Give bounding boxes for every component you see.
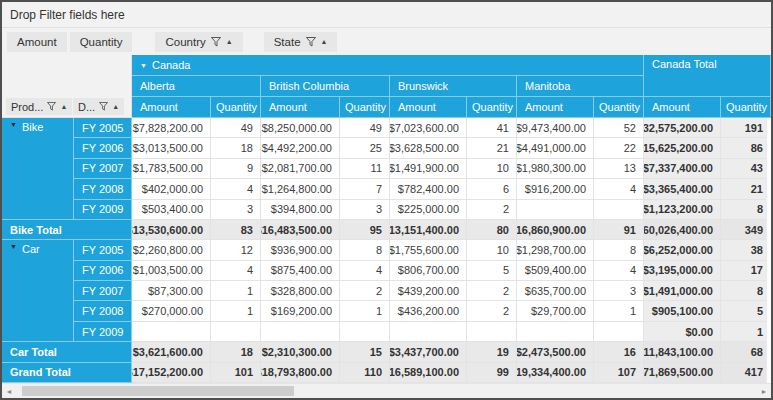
column-header-amount[interactable]: Amount xyxy=(132,97,211,118)
row-header-car-total[interactable]: Car Total xyxy=(2,342,132,362)
value-cell: 6 xyxy=(467,179,517,199)
row-header-fiscal-year[interactable]: FY 2008 xyxy=(74,179,132,199)
horizontal-scrollbar-thumb[interactable] xyxy=(22,386,294,396)
filter-drop-zone[interactable]: Drop Filter fields here xyxy=(2,2,771,28)
value-cell: $9,473,400.00 xyxy=(517,118,594,138)
value-cell: 38 xyxy=(721,240,771,260)
column-header-amount[interactable]: Amount xyxy=(390,97,467,118)
column-header-brunswick[interactable]: Brunswick xyxy=(390,76,517,97)
pivot-grid-window: Drop Filter fields here Amount Quantity … xyxy=(0,0,773,400)
value-cell: $875,400.00 xyxy=(261,261,340,281)
column-header-amount[interactable]: Amount xyxy=(517,97,594,118)
horizontal-scrollbar[interactable]: ◄ ► xyxy=(2,383,771,398)
value-cell: $18,793,800.00 xyxy=(261,363,340,383)
value-cell: $436,200.00 xyxy=(390,301,467,321)
value-cell: 349 xyxy=(721,220,771,240)
row-header-fiscal-year[interactable]: FY 2007 xyxy=(74,159,132,179)
collapse-icon[interactable]: ▼ xyxy=(140,62,147,69)
value-cell: $6,252,000.00 xyxy=(644,240,721,260)
sort-ascending-icon[interactable]: ▲ xyxy=(226,38,233,45)
row-header-fiscal-year[interactable]: FY 2006 xyxy=(74,261,132,281)
value-cell: $1,298,700.00 xyxy=(517,240,594,260)
scroll-left-icon[interactable]: ◄ xyxy=(2,384,16,398)
value-cell: $13,151,400.00 xyxy=(390,220,467,240)
column-group-header-canada[interactable]: ▼Canada xyxy=(132,55,644,76)
value-cell: 5 xyxy=(721,301,771,321)
row-header-fiscal-year[interactable]: FY 2007 xyxy=(74,281,132,301)
value-cell: 1 xyxy=(211,301,261,321)
value-cell: 95 xyxy=(340,220,390,240)
value-cell: $1,491,000.00 xyxy=(644,281,721,301)
value-cell: 417 xyxy=(721,363,771,383)
column-header-canada-total[interactable]: Canada Total xyxy=(644,55,771,97)
row-header-fiscal-year[interactable]: FY 2009 xyxy=(74,322,132,342)
scroll-right-icon[interactable]: ► xyxy=(757,384,771,398)
value-cell: 2 xyxy=(467,301,517,321)
value-cell: $1,003,500.00 xyxy=(132,261,211,281)
value-cell: $11,843,100.00 xyxy=(644,342,721,362)
row-header-fiscal-year[interactable]: FY 2006 xyxy=(74,138,132,158)
value-cell: 15 xyxy=(340,342,390,362)
measure-button-amount[interactable]: Amount xyxy=(7,32,67,52)
measure-button-quantity[interactable]: Quantity xyxy=(70,32,133,52)
row-header-grand-total[interactable]: Grand Total xyxy=(2,363,132,383)
column-header-manitoba[interactable]: Manitoba xyxy=(517,76,644,97)
value-cell: 3 xyxy=(340,200,390,220)
value-cell: 1 xyxy=(211,281,261,301)
row-header-fiscal-year[interactable]: FY 2009 xyxy=(74,200,132,220)
value-cell: 9 xyxy=(211,159,261,179)
sort-ascending-icon[interactable]: ▲ xyxy=(321,38,328,45)
collapse-icon[interactable]: ▼ xyxy=(10,243,17,250)
sort-ascending-icon[interactable]: ▲ xyxy=(60,103,67,110)
value-cell: 4 xyxy=(594,179,644,199)
value-cell: $782,400.00 xyxy=(390,179,467,199)
row-header-fiscal-year[interactable]: FY 2005 xyxy=(74,240,132,260)
value-cell: 1 xyxy=(340,301,390,321)
value-cell: 4 xyxy=(340,261,390,281)
row-field-label: Prod... xyxy=(11,101,43,113)
row-fields-corner: Prod... ▲ D... ▲ xyxy=(2,55,132,118)
column-header-quantity[interactable]: Quantity xyxy=(340,97,390,118)
sort-ascending-icon[interactable]: ▲ xyxy=(112,103,119,110)
column-header-british-columbia[interactable]: British Columbia xyxy=(261,76,390,97)
value-cell: 11 xyxy=(340,159,390,179)
value-cell: $2,260,800.00 xyxy=(132,240,211,260)
row-header-fiscal-year[interactable]: FY 2008 xyxy=(74,301,132,321)
column-field-button-state[interactable]: State ▲ xyxy=(264,32,338,52)
column-header-alberta[interactable]: Alberta xyxy=(132,76,261,97)
column-header-quantity[interactable]: Quantity xyxy=(467,97,517,118)
filter-icon[interactable] xyxy=(211,37,221,47)
row-group-header-car[interactable]: ▼Car xyxy=(2,240,74,342)
value-cell: $19,334,400.00 xyxy=(517,363,594,383)
value-cell: $3,013,500.00 xyxy=(132,138,211,158)
row-field-button-product[interactable]: Prod... ▲ xyxy=(6,98,72,115)
value-cell: $3,621,600.00 xyxy=(132,342,211,362)
column-header-amount[interactable]: Amount xyxy=(644,97,721,118)
row-header-fiscal-year[interactable]: FY 2005 xyxy=(74,118,132,138)
value-cell: $8,250,000.00 xyxy=(261,118,340,138)
value-cell: $270,000.00 xyxy=(132,301,211,321)
value-cell: $503,400.00 xyxy=(132,200,211,220)
column-header-quantity[interactable]: Quantity xyxy=(211,97,261,118)
value-cell: $7,023,600.00 xyxy=(390,118,467,138)
row-header-bike-total[interactable]: Bike Total xyxy=(2,220,132,240)
value-cell: $2,473,500.00 xyxy=(517,342,594,362)
value-cell: 17 xyxy=(721,261,771,281)
vertical-scrollbar[interactable] xyxy=(766,118,771,383)
value-cell: 2 xyxy=(467,200,517,220)
value-cell: $13,530,600.00 xyxy=(132,220,211,240)
value-cell: 80 xyxy=(467,220,517,240)
column-field-button-country[interactable]: Country ▲ xyxy=(155,32,242,52)
column-header-quantity[interactable]: Quantity xyxy=(721,97,771,118)
row-group-header-bike[interactable]: ▼Bike xyxy=(2,118,74,220)
column-header-quantity[interactable]: Quantity xyxy=(594,97,644,118)
column-field-label: Country xyxy=(165,36,205,48)
collapse-icon[interactable]: ▼ xyxy=(10,121,17,128)
column-header-amount[interactable]: Amount xyxy=(261,97,340,118)
value-cell: 49 xyxy=(211,118,261,138)
row-field-button-date[interactable]: D... ▲ xyxy=(73,98,124,115)
value-cell: 52 xyxy=(594,118,644,138)
filter-icon[interactable] xyxy=(99,102,108,111)
filter-icon[interactable] xyxy=(47,102,56,111)
filter-icon[interactable] xyxy=(306,37,316,47)
